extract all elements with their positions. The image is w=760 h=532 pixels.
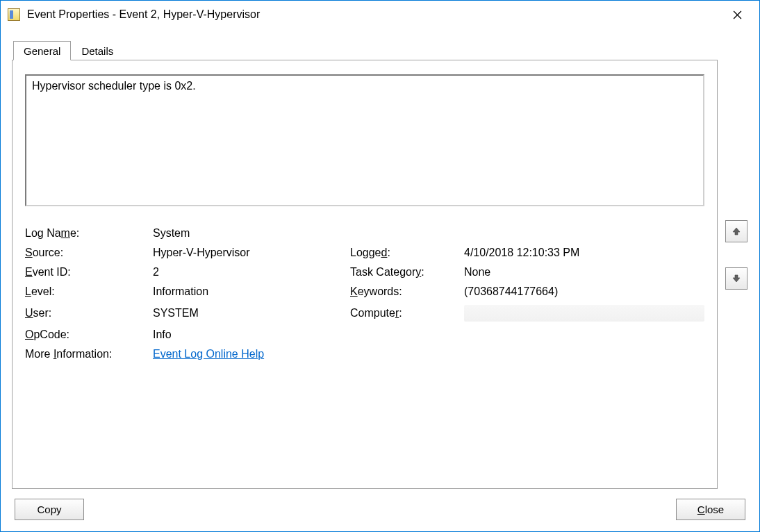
tab-general[interactable]: General — [13, 41, 71, 60]
titlebar[interactable]: Event Properties - Event 2, Hyper-V-Hype… — [1, 1, 759, 28]
label-level: Level: — [25, 285, 150, 298]
panel-wrap: Hypervisor scheduler type is 0x2. Log Na… — [12, 60, 748, 489]
general-panel: Hypervisor scheduler type is 0x2. Log Na… — [12, 60, 718, 489]
copy-button-label: Copy — [37, 504, 61, 515]
dialog-footer: Copy Close — [12, 499, 748, 520]
label-log-name: Log Name: — [25, 227, 150, 240]
value-computer — [464, 305, 704, 322]
close-icon — [733, 10, 742, 19]
svg-marker-3 — [733, 275, 740, 282]
event-log-online-help-link[interactable]: Event Log Online Help — [153, 348, 264, 360]
value-logged: 4/10/2018 12:10:33 PM — [464, 247, 704, 259]
value-event-id: 2 — [153, 266, 347, 279]
label-computer: Computer: — [350, 307, 461, 319]
label-more-info: More Information: — [25, 348, 150, 360]
nav-buttons — [725, 60, 748, 489]
label-logged: Logged: — [350, 247, 461, 259]
close-button-label: Close — [697, 504, 724, 515]
tab-details[interactable]: Details — [71, 41, 124, 60]
label-event-id: Event ID: — [25, 266, 150, 279]
value-log-name: System — [153, 227, 347, 240]
window-title: Event Properties - Event 2, Hyper-V-Hype… — [27, 8, 723, 21]
svg-marker-2 — [733, 228, 740, 235]
tabs: General Details — [13, 41, 748, 60]
next-event-button[interactable] — [725, 267, 747, 290]
label-task-category: Task Category: — [350, 266, 461, 279]
event-properties-window: Event Properties - Event 2, Hyper-V-Hype… — [0, 0, 760, 532]
close-button[interactable]: Close — [676, 499, 745, 520]
arrow-up-icon — [732, 226, 741, 236]
label-source: Source: — [25, 247, 150, 259]
app-icon — [8, 8, 20, 21]
value-user: SYSTEM — [153, 307, 347, 319]
label-opcode: OpCode: — [25, 329, 150, 341]
window-close-button[interactable] — [723, 4, 751, 25]
previous-event-button[interactable] — [725, 220, 747, 242]
copy-button[interactable]: Copy — [15, 499, 84, 520]
value-source: Hyper-V-Hypervisor — [153, 247, 347, 259]
label-keywords: Keywords: — [350, 285, 461, 298]
value-opcode: Info — [153, 329, 347, 341]
arrow-down-icon — [732, 274, 741, 283]
client-area: General Details Hypervisor scheduler typ… — [1, 28, 759, 531]
event-description[interactable]: Hypervisor scheduler type is 0x2. — [25, 74, 704, 206]
label-user: User: — [25, 307, 150, 319]
value-keywords: (70368744177664) — [464, 285, 704, 298]
event-fields: Log Name: System Source: Hyper-V-Hypervi… — [25, 227, 704, 360]
value-task-category: None — [464, 266, 704, 279]
value-level: Information — [153, 285, 347, 298]
